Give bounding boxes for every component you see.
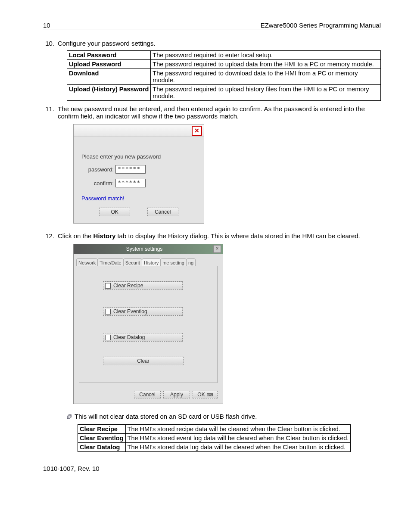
- clear-datalog-checkbox[interactable]: Clear Datalog: [103, 333, 183, 342]
- tab-partial-1[interactable]: me setting: [160, 258, 187, 266]
- dialog-titlebar: System settings ×: [74, 244, 223, 254]
- step-text: Click on the History tab to display the …: [58, 232, 381, 240]
- tab-partial-2[interactable]: ng: [186, 258, 196, 266]
- term: Upload (History) Password: [67, 85, 151, 101]
- table-row: Upload Password The password required to…: [67, 60, 381, 69]
- dialog-prompt: Please enter you new password: [81, 153, 196, 160]
- definition: The password required to upload data fro…: [151, 60, 381, 69]
- step-text: Configure your password settings.: [58, 40, 381, 47]
- step-number: 10.: [43, 40, 58, 47]
- table-row: Download The password required to downlo…: [67, 69, 381, 85]
- note: 🗊 This will not clear data stored on an …: [67, 413, 381, 420]
- password-definitions-table: Local Password The password required to …: [67, 50, 381, 101]
- ok-button[interactable]: OK⌨: [193, 391, 218, 398]
- tab-security[interactable]: Securit: [123, 258, 142, 266]
- table-row: Clear Recipe The HMI's stored recipe dat…: [78, 425, 351, 434]
- definition: The password required to download data t…: [151, 69, 381, 85]
- close-icon[interactable]: ✕: [192, 126, 202, 136]
- tab-history[interactable]: History: [142, 258, 161, 266]
- term: Clear Eventlog: [78, 434, 126, 443]
- term: Local Password: [67, 51, 151, 60]
- note-text: This will not clear data stored on an SD…: [75, 413, 257, 420]
- term: Upload Password: [67, 60, 151, 69]
- password-label: password:: [81, 166, 114, 173]
- table-row: Clear Eventlog The HMI's stored event lo…: [78, 434, 351, 443]
- checkbox-icon: [105, 283, 111, 289]
- checkbox-icon: [105, 309, 111, 314]
- password-match-indicator: Password match!: [81, 195, 196, 202]
- step-11: 11. The new password must be entered, an…: [43, 105, 381, 120]
- definition: The HMI's stored data log data will be c…: [125, 443, 351, 452]
- step-12: 12. Click on the History tab to display …: [43, 232, 381, 240]
- term: Clear Recipe: [78, 425, 126, 434]
- clear-eventlog-checkbox[interactable]: Clear Eventlog: [103, 307, 183, 316]
- dialog-title: System settings: [75, 246, 213, 252]
- system-settings-dialog-figure: System settings × Network Time/Date Secu…: [73, 244, 223, 404]
- history-panel: Clear Recipe Clear Eventlog Clear Datalo…: [79, 266, 218, 383]
- clear-options-table: Clear Recipe The HMI's stored recipe dat…: [78, 424, 351, 452]
- tab-network[interactable]: Network: [76, 258, 98, 266]
- term: Download: [67, 69, 151, 85]
- confirm-field[interactable]: ******: [115, 179, 146, 187]
- page-number: 10: [43, 22, 50, 29]
- clear-button[interactable]: Clear: [103, 357, 184, 365]
- close-icon[interactable]: ×: [213, 245, 221, 253]
- term: Clear Datalog: [78, 443, 126, 452]
- table-row: Local Password The password required to …: [67, 51, 381, 60]
- footer-revision: 1010-1007, Rev. 10: [43, 465, 381, 472]
- tab-strip: Network Time/Date Securit History me set…: [74, 254, 223, 266]
- clear-recipe-checkbox[interactable]: Clear Recipe: [103, 281, 183, 290]
- password-dialog-figure: ✕ Please enter you new password password…: [73, 124, 204, 224]
- apply-button[interactable]: Apply: [163, 391, 190, 398]
- step-number: 12.: [43, 232, 58, 240]
- confirm-label: confirm:: [81, 180, 114, 187]
- note-icon: 🗊: [67, 414, 72, 420]
- ok-button[interactable]: OK: [99, 208, 130, 216]
- page-header: 10 EZware5000 Series Programming Manual: [43, 22, 381, 29]
- dialog-titlebar: ✕: [74, 124, 204, 137]
- doc-title: EZware5000 Series Programming Manual: [261, 22, 381, 29]
- step-10: 10. Configure your password settings.: [43, 40, 381, 47]
- tab-timedate[interactable]: Time/Date: [97, 258, 123, 266]
- definition: The password required to upload history …: [151, 85, 381, 101]
- definition: The HMI's stored event log data will be …: [125, 434, 351, 443]
- step-text: The new password must be entered, and th…: [58, 105, 381, 120]
- table-row: Upload (History) Password The password r…: [67, 85, 381, 101]
- definition: The password required to enter local set…: [151, 51, 381, 60]
- cancel-button[interactable]: Cancel: [134, 391, 161, 398]
- table-row: Clear Datalog The HMI's stored data log …: [78, 443, 351, 452]
- password-field[interactable]: ******: [115, 165, 146, 174]
- checkbox-icon: [105, 335, 111, 340]
- step-number: 11.: [43, 105, 58, 120]
- keyboard-icon: ⌨: [207, 392, 213, 397]
- cancel-button[interactable]: Cancel: [147, 208, 178, 216]
- definition: The HMI's stored recipe data will be cle…: [125, 425, 351, 434]
